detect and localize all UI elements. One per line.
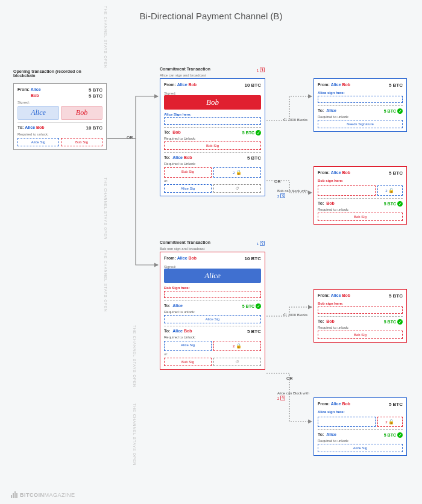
ra2-lock: 2 🔒 xyxy=(377,185,403,196)
ca1-req: Required to Unlock: xyxy=(164,137,261,140)
check-icon: ✓ xyxy=(397,319,403,325)
from-bob: Bob xyxy=(31,93,39,98)
to-label: To: xyxy=(17,125,24,129)
ra1-amt: 5 BTC xyxy=(389,82,403,88)
commit-a-sub: Alice can sign and broadcast xyxy=(160,73,265,77)
cb2-to-label: To: xyxy=(164,329,170,333)
cb-sign-input[interactable] xyxy=(164,291,261,298)
ca2-to-label: To: xyxy=(164,155,170,160)
rb1-sig: Bob Sig xyxy=(318,331,403,339)
ra2-input[interactable] xyxy=(318,185,376,196)
result-a2-card: From: Alice Bob5 BTC Bob sign here: 2 🔒 … xyxy=(313,166,407,225)
ca2-req: Required to Unlock: xyxy=(164,162,261,166)
ra2-to-label: To: xyxy=(318,201,324,205)
cb2-amt: 5 BTC xyxy=(247,329,261,334)
page-title: Bi-Directional Payment Channel (B) xyxy=(0,11,422,21)
rb1-input[interactable] xyxy=(318,306,403,314)
ra2-from: From: xyxy=(318,170,330,175)
cb2-req: Required to Unlock: xyxy=(164,335,261,339)
ca-from-label: From: xyxy=(164,82,176,87)
amt-bob: 5 BTC xyxy=(89,93,102,99)
result-a1-card: From: Alice Bob5 BTC Alice sign here: To… xyxy=(313,78,407,132)
cb2-sig1: Alice Sig xyxy=(164,341,212,351)
logo-icon xyxy=(11,491,17,498)
to-bob: Bob xyxy=(36,125,45,129)
rb1-bob: Bob xyxy=(342,293,350,297)
rb1-alice: Alice xyxy=(331,293,341,297)
ra2-sign: Bob sign here: xyxy=(318,179,403,182)
signed-label: Signed: xyxy=(17,101,102,104)
ca2-sig1: Bob Sig xyxy=(164,167,212,178)
ra1-input[interactable] xyxy=(318,96,403,103)
rb2-to-label: To: xyxy=(318,432,324,437)
opening-card: From: Alice5 BTC Bob5 BTC Signed: Alice … xyxy=(13,83,107,150)
commit-b-sub: Bob can sign and broadcast xyxy=(160,247,265,250)
rb2-alice: Alice xyxy=(331,402,341,406)
ra2-outamt: 5 BTC xyxy=(384,202,396,206)
signature-bob: Bob xyxy=(61,106,102,120)
ca2-amt: 5 BTC xyxy=(247,155,261,161)
rb2-to: Alice xyxy=(326,432,336,437)
ra1-outamt: 5 BTC xyxy=(384,109,396,113)
ra1-req: Required to unlock: xyxy=(318,115,403,119)
cb2-sig2: Bob Sig xyxy=(164,358,212,366)
rb1-outamt: 5 BTC xyxy=(384,320,396,324)
ca1-to: Bob xyxy=(172,130,181,134)
rb2-sign: Alice sign here: xyxy=(318,410,403,414)
side-text-2: THE CHANNEL STAYS OPEN xyxy=(104,178,107,240)
side-text-3: THE CHANNEL STAYS OPEN xyxy=(104,250,107,312)
ca1-sig: Bob Sig xyxy=(164,142,261,150)
ra1-bob: Bob xyxy=(342,82,350,87)
ca-signed-bob: Bob xyxy=(164,95,261,110)
rb2-lock: 2 🔒 xyxy=(377,417,403,427)
clock-icon: ⏱ xyxy=(283,313,287,317)
lock-icon: 🔒 xyxy=(236,170,242,175)
check-icon: ✓ xyxy=(397,201,403,207)
clock-icon: ⏱ xyxy=(283,118,287,122)
bob-sig-box: Bob Sig xyxy=(61,138,102,146)
rb1-from: From: xyxy=(318,293,330,297)
signature-alice: Alice xyxy=(17,106,59,120)
check-icon: ✓ xyxy=(397,108,403,114)
cb-signed-alice: Alice xyxy=(164,269,261,283)
ca-sign-input[interactable] xyxy=(164,117,261,125)
commit-a-card: From: Alice Bob10 BTC Signed: Bob Alice … xyxy=(160,78,265,196)
side-text-4: THE CHANNEL STAYS OPEN xyxy=(133,325,136,387)
ca-total: 10 BTC xyxy=(244,82,261,88)
cb-sign-here: Bob Sign here: xyxy=(164,286,261,290)
blocks-2: ⏱ 1000 Blocks xyxy=(283,313,307,317)
lock-icon: 🔒 xyxy=(388,419,394,425)
rb2-amt: 5 BTC xyxy=(389,402,403,407)
ca1-amt: 5 BTC xyxy=(242,131,254,135)
clock-icon: ⏱ xyxy=(213,358,261,366)
logo-suffix: MAGAZINE xyxy=(45,492,75,498)
key-b-num: 1 xyxy=(257,242,259,246)
key-icon: ⚿ xyxy=(280,193,286,199)
ra1-to-label: To: xyxy=(318,108,324,113)
cb1-req: Required to unlock: xyxy=(164,310,261,314)
rb1-to: Bob xyxy=(326,319,335,323)
logo-brand: BITCOIN xyxy=(20,492,45,498)
key-icon: ⚿ xyxy=(260,240,265,246)
ra1-to: Alice xyxy=(326,108,336,113)
amt-alice: 5 BTC xyxy=(89,87,102,93)
result-b2-card: From: Alice Bob5 BTC Alice sign here: 2 … xyxy=(313,397,407,456)
cb2-to2: Bob xyxy=(184,329,192,333)
rb2-input[interactable] xyxy=(318,417,376,427)
lock-icon: 🔒 xyxy=(236,343,242,349)
ra2-bob: Bob xyxy=(342,170,350,175)
key-icon: ⚿ xyxy=(280,395,286,401)
ca2-lock: 2 🔒 xyxy=(213,167,261,178)
ra1-sign: Alice sign here: xyxy=(318,91,403,95)
ca2-or: or: xyxy=(164,179,261,182)
result-b1-card: From: Alice Bob5 BTC Bob sign here: To: … xyxy=(313,289,407,343)
ca-sign-here: Alice Sign here: xyxy=(164,113,261,116)
rb1-req: Required to unlock: xyxy=(318,326,403,329)
req-label: Required to unlock: xyxy=(17,132,102,136)
to-alice: Alice xyxy=(25,125,35,129)
ca2-to1: Alice xyxy=(172,155,183,160)
key-a-num: 1 xyxy=(257,69,259,72)
clock-icon: ⏱ xyxy=(213,184,261,193)
or-2: OR xyxy=(274,179,281,184)
rb1-to-label: To: xyxy=(318,319,324,323)
